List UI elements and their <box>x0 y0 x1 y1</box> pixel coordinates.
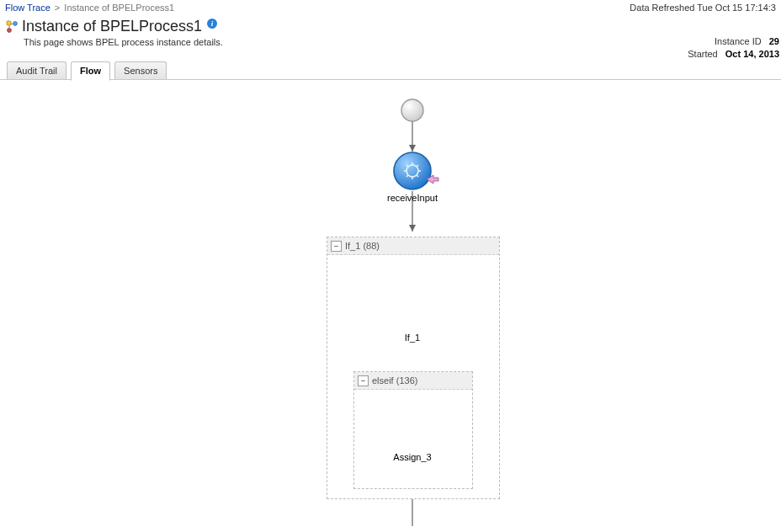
flow-canvas: ? receiveInput − If_1 (88) If_1 − elseif… <box>0 80 781 526</box>
node-if-label: If_1 <box>362 332 463 343</box>
data-refreshed-text: Data Refreshed Tue Oct 15 17:14:3 <box>630 3 776 13</box>
node-receive-input[interactable] <box>394 152 431 189</box>
breadcrumb: Flow Trace > Instance of BPELProcess1 <box>5 3 174 13</box>
node-assign[interactable] <box>395 418 430 450</box>
breadcrumb-separator: > <box>55 3 60 13</box>
node-assign-label: Assign_3 <box>362 452 463 462</box>
breadcrumb-current: Instance of BPELProcess1 <box>64 3 174 13</box>
svg-point-1 <box>13 21 18 25</box>
page-title: Instance of BPELProcess1 <box>22 18 202 35</box>
svg-rect-0 <box>7 21 11 25</box>
started-value: Oct 14, 2013 <box>725 49 779 59</box>
svg-point-2 <box>8 28 12 32</box>
tab-sensors[interactable]: Sensors <box>114 61 167 79</box>
container-if-title: If_1 (88) <box>345 237 380 254</box>
page-subtitle: This page shows BPEL process instance de… <box>0 35 228 54</box>
collapse-toggle-elseif[interactable]: − <box>358 375 369 386</box>
bpel-process-icon <box>5 20 19 34</box>
collapse-toggle-if[interactable]: − <box>331 241 342 252</box>
node-if[interactable] <box>390 285 435 330</box>
container-elseif-title: elseif (136) <box>372 372 417 389</box>
node-start[interactable] <box>401 99 423 121</box>
instance-id-label: Instance ID <box>715 36 762 46</box>
tab-flow[interactable]: Flow <box>71 61 110 81</box>
breadcrumb-root-link[interactable]: Flow Trace <box>5 3 50 13</box>
instance-id-value: 29 <box>769 36 779 46</box>
info-icon[interactable]: i <box>207 19 217 29</box>
started-label: Started <box>688 49 717 59</box>
tab-audit-trail[interactable]: Audit Trail <box>7 61 66 79</box>
instance-meta: Instance ID 29 Started Oct 14, 2013 <box>688 35 781 61</box>
node-receive-input-label: receiveInput <box>362 193 463 203</box>
tab-bar: Audit Trail Flow Sensors <box>0 61 781 80</box>
